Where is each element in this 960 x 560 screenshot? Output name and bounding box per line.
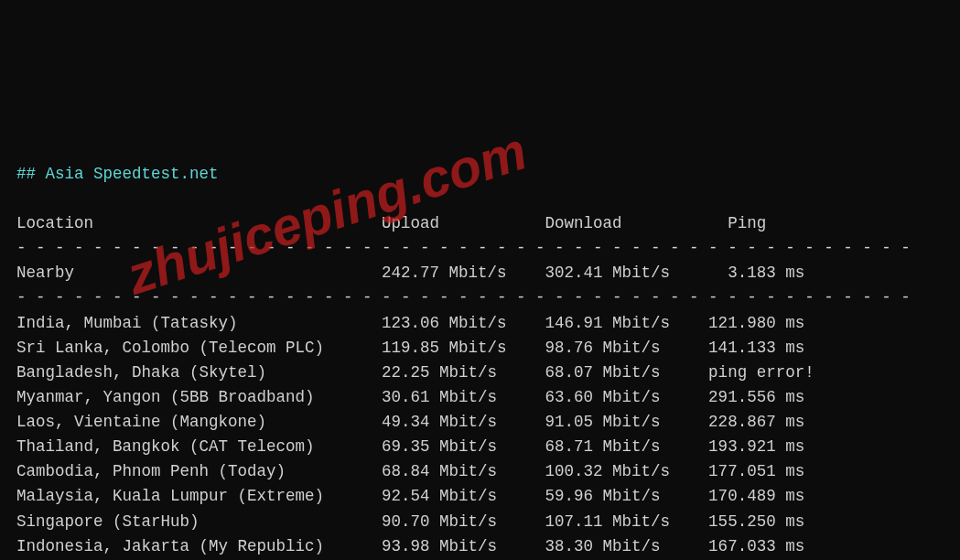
table-rows: India, Mumbai (Tatasky) 123.06 Mbit/s 14… — [16, 314, 814, 561]
table-header-row: Location Upload Download Ping — [16, 214, 766, 232]
nearby-row: Nearby 242.77 Mbit/s 302.41 Mbit/s 3.183… — [16, 264, 804, 282]
divider-line: - - - - - - - - - - - - - - - - - - - - … — [16, 239, 911, 257]
terminal-output: ## Asia Speedtest.net Location Upload Do… — [16, 162, 944, 560]
section-title: ## Asia Speedtest.net — [16, 165, 219, 183]
divider-line: - - - - - - - - - - - - - - - - - - - - … — [16, 288, 911, 307]
